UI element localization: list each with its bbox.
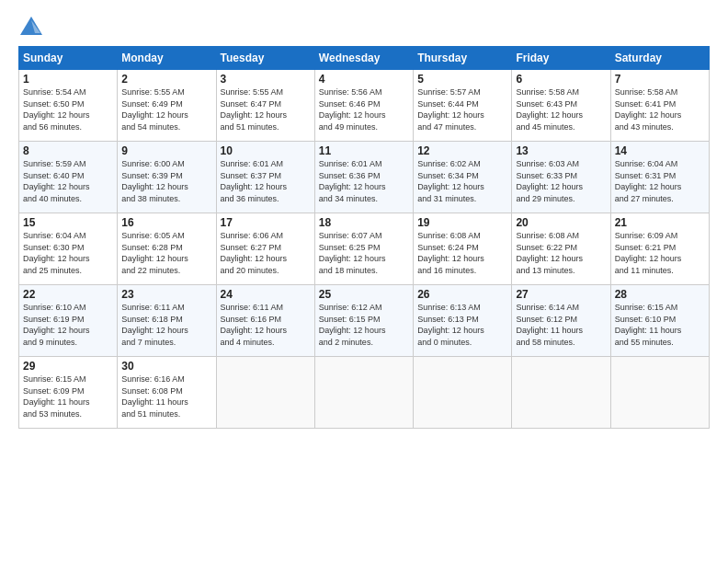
logo: [18, 15, 46, 40]
calendar-cell: 10 Sunrise: 6:01 AMSunset: 6:37 PMDaylig…: [216, 142, 314, 213]
day-detail: Sunrise: 6:11 AMSunset: 6:16 PMDaylight:…: [221, 303, 288, 347]
day-detail: Sunrise: 6:07 AMSunset: 6:25 PMDaylight:…: [319, 231, 386, 275]
week-row-5: 29 Sunrise: 6:15 AMSunset: 6:09 PMDaylig…: [19, 357, 710, 429]
calendar-cell: 2 Sunrise: 5:55 AMSunset: 6:49 PMDayligh…: [118, 70, 216, 142]
day-detail: Sunrise: 6:01 AMSunset: 6:36 PMDaylight:…: [319, 159, 386, 203]
calendar-cell: 7 Sunrise: 5:58 AMSunset: 6:41 PMDayligh…: [610, 70, 709, 142]
day-detail: Sunrise: 6:15 AMSunset: 6:10 PMDaylight:…: [615, 303, 682, 347]
calendar-cell: 23 Sunrise: 6:11 AMSunset: 6:18 PMDaylig…: [118, 285, 216, 357]
calendar-cell: 19 Sunrise: 6:08 AMSunset: 6:24 PMDaylig…: [414, 213, 512, 285]
calendar-cell: 11 Sunrise: 6:01 AMSunset: 6:36 PMDaylig…: [314, 142, 413, 213]
weekday-header-saturday: Saturday: [610, 47, 709, 70]
day-number: 23: [121, 288, 211, 301]
day-number: 22: [23, 288, 113, 301]
day-detail: Sunrise: 6:01 AMSunset: 6:37 PMDaylight:…: [221, 159, 288, 203]
day-detail: Sunrise: 5:55 AMSunset: 6:49 PMDaylight:…: [121, 87, 188, 132]
day-detail: Sunrise: 6:12 AMSunset: 6:15 PMDaylight:…: [319, 303, 386, 347]
day-number: 28: [615, 288, 705, 301]
day-detail: Sunrise: 6:04 AMSunset: 6:30 PMDaylight:…: [23, 231, 90, 275]
day-detail: Sunrise: 5:54 AMSunset: 6:50 PMDaylight:…: [23, 87, 90, 132]
calendar-cell: 20 Sunrise: 6:08 AMSunset: 6:22 PMDaylig…: [512, 213, 610, 285]
day-detail: Sunrise: 6:10 AMSunset: 6:19 PMDaylight:…: [23, 303, 90, 347]
calendar-cell: 14 Sunrise: 6:04 AMSunset: 6:31 PMDaylig…: [610, 142, 709, 213]
calendar-cell: 18 Sunrise: 6:07 AMSunset: 6:25 PMDaylig…: [314, 213, 413, 285]
calendar-cell: 29 Sunrise: 6:15 AMSunset: 6:09 PMDaylig…: [19, 357, 118, 429]
logo-icon: [18, 15, 44, 40]
day-number: 20: [516, 216, 606, 229]
header: [18, 15, 710, 40]
calendar-cell: 16 Sunrise: 6:05 AMSunset: 6:28 PMDaylig…: [118, 213, 216, 285]
calendar-cell: 3 Sunrise: 5:55 AMSunset: 6:47 PMDayligh…: [216, 70, 314, 142]
day-number: 27: [516, 288, 606, 301]
calendar-cell: 30 Sunrise: 6:16 AMSunset: 6:08 PMDaylig…: [118, 357, 216, 429]
day-number: 6: [516, 73, 606, 86]
day-detail: Sunrise: 6:08 AMSunset: 6:24 PMDaylight:…: [417, 231, 484, 275]
day-number: 26: [417, 288, 507, 301]
day-number: 11: [319, 144, 409, 157]
calendar-cell: 8 Sunrise: 5:59 AMSunset: 6:40 PMDayligh…: [19, 142, 118, 213]
calendar-cell: 9 Sunrise: 6:00 AMSunset: 6:39 PMDayligh…: [118, 142, 216, 213]
day-detail: Sunrise: 6:09 AMSunset: 6:21 PMDaylight:…: [615, 231, 682, 275]
calendar-cell: [414, 357, 512, 429]
day-number: 4: [319, 73, 409, 86]
calendar-cell: 28 Sunrise: 6:15 AMSunset: 6:10 PMDaylig…: [610, 285, 709, 357]
day-number: 3: [221, 73, 311, 86]
calendar-cell: [314, 357, 413, 429]
day-number: 5: [417, 73, 507, 86]
day-detail: Sunrise: 6:08 AMSunset: 6:22 PMDaylight:…: [516, 231, 583, 275]
day-detail: Sunrise: 5:58 AMSunset: 6:41 PMDaylight:…: [615, 87, 682, 132]
day-detail: Sunrise: 6:03 AMSunset: 6:33 PMDaylight:…: [516, 159, 583, 203]
day-detail: Sunrise: 6:02 AMSunset: 6:34 PMDaylight:…: [417, 159, 484, 203]
day-number: 15: [23, 216, 113, 229]
day-detail: Sunrise: 6:05 AMSunset: 6:28 PMDaylight:…: [121, 231, 188, 275]
calendar-cell: 17 Sunrise: 6:06 AMSunset: 6:27 PMDaylig…: [216, 213, 314, 285]
week-row-3: 15 Sunrise: 6:04 AMSunset: 6:30 PMDaylig…: [19, 213, 710, 285]
calendar-cell: 25 Sunrise: 6:12 AMSunset: 6:15 PMDaylig…: [314, 285, 413, 357]
day-number: 10: [221, 144, 311, 157]
calendar-cell: 24 Sunrise: 6:11 AMSunset: 6:16 PMDaylig…: [216, 285, 314, 357]
day-number: 21: [615, 216, 705, 229]
calendar-cell: 27 Sunrise: 6:14 AMSunset: 6:12 PMDaylig…: [512, 285, 610, 357]
day-number: 1: [23, 73, 113, 86]
calendar-cell: 4 Sunrise: 5:56 AMSunset: 6:46 PMDayligh…: [314, 70, 413, 142]
weekday-header-tuesday: Tuesday: [216, 47, 314, 70]
calendar-cell: [610, 357, 709, 429]
weekday-header-wednesday: Wednesday: [314, 47, 413, 70]
weekday-header-monday: Monday: [118, 47, 216, 70]
day-number: 9: [121, 144, 211, 157]
calendar-cell: 21 Sunrise: 6:09 AMSunset: 6:21 PMDaylig…: [610, 213, 709, 285]
calendar-table: SundayMondayTuesdayWednesdayThursdayFrid…: [18, 46, 710, 429]
day-number: 25: [319, 288, 409, 301]
weekday-header-thursday: Thursday: [414, 47, 512, 70]
week-row-4: 22 Sunrise: 6:10 AMSunset: 6:19 PMDaylig…: [19, 285, 710, 357]
calendar-body: 1 Sunrise: 5:54 AMSunset: 6:50 PMDayligh…: [19, 70, 710, 429]
calendar-page: SundayMondayTuesdayWednesdayThursdayFrid…: [0, 0, 728, 563]
calendar-cell: 1 Sunrise: 5:54 AMSunset: 6:50 PMDayligh…: [19, 70, 118, 142]
calendar-cell: 22 Sunrise: 6:10 AMSunset: 6:19 PMDaylig…: [19, 285, 118, 357]
day-detail: Sunrise: 5:55 AMSunset: 6:47 PMDaylight:…: [221, 87, 288, 132]
day-number: 16: [121, 216, 211, 229]
day-number: 14: [615, 144, 705, 157]
day-number: 2: [121, 73, 211, 86]
day-number: 24: [221, 288, 311, 301]
day-detail: Sunrise: 6:14 AMSunset: 6:12 PMDaylight:…: [516, 303, 583, 347]
day-detail: Sunrise: 5:58 AMSunset: 6:43 PMDaylight:…: [516, 87, 583, 132]
day-detail: Sunrise: 5:56 AMSunset: 6:46 PMDaylight:…: [319, 87, 386, 132]
day-detail: Sunrise: 6:00 AMSunset: 6:39 PMDaylight:…: [121, 159, 188, 203]
day-detail: Sunrise: 6:13 AMSunset: 6:13 PMDaylight:…: [417, 303, 484, 347]
day-number: 12: [417, 144, 507, 157]
day-detail: Sunrise: 6:16 AMSunset: 6:08 PMDaylight:…: [121, 374, 188, 419]
day-detail: Sunrise: 5:57 AMSunset: 6:44 PMDaylight:…: [417, 87, 484, 132]
day-number: 13: [516, 144, 606, 157]
day-number: 19: [417, 216, 507, 229]
day-number: 18: [319, 216, 409, 229]
day-detail: Sunrise: 6:06 AMSunset: 6:27 PMDaylight:…: [221, 231, 288, 275]
week-row-2: 8 Sunrise: 5:59 AMSunset: 6:40 PMDayligh…: [19, 142, 710, 213]
weekday-header-sunday: Sunday: [19, 47, 118, 70]
calendar-cell: 5 Sunrise: 5:57 AMSunset: 6:44 PMDayligh…: [414, 70, 512, 142]
calendar-cell: 6 Sunrise: 5:58 AMSunset: 6:43 PMDayligh…: [512, 70, 610, 142]
calendar-cell: 13 Sunrise: 6:03 AMSunset: 6:33 PMDaylig…: [512, 142, 610, 213]
day-number: 17: [221, 216, 311, 229]
day-number: 30: [121, 360, 211, 373]
day-detail: Sunrise: 6:04 AMSunset: 6:31 PMDaylight:…: [615, 159, 682, 203]
